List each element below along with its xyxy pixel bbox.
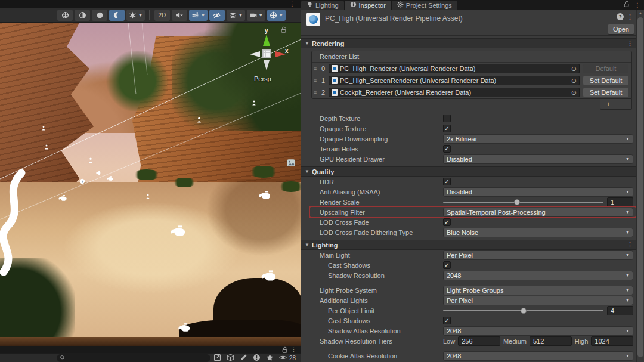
section-menu-icon[interactable]: ⋮ bbox=[627, 241, 633, 249]
photo-gizmo-icon[interactable] bbox=[287, 159, 296, 168]
checkbox-terrain-holes[interactable]: ✓ bbox=[443, 145, 451, 153]
dropdown-additional-lights[interactable]: Per Pixel▼ bbox=[443, 296, 633, 305]
lamp-gizmo-icon[interactable] bbox=[261, 268, 278, 285]
axis-down-cone[interactable] bbox=[264, 60, 270, 70]
number-field[interactable]: 4 bbox=[607, 306, 633, 315]
drag-handle-icon[interactable]: ≡ bbox=[314, 66, 321, 72]
section-header-lighting[interactable]: ▼Lighting⋮ bbox=[301, 240, 644, 250]
tabbar-menu-icon[interactable]: ⋮ bbox=[634, 2, 640, 8]
dropdown-opaque-downsampling[interactable]: 2x Bilinear▼ bbox=[443, 134, 633, 144]
draw-mode-wireframe-button[interactable] bbox=[57, 10, 73, 21]
scene-orientation-gizmo[interactable]: y x Persp bbox=[250, 30, 290, 95]
inspector-scrollbar[interactable]: ▲ bbox=[636, 10, 644, 362]
window-icon[interactable] bbox=[213, 354, 221, 362]
tier-field-high[interactable]: 1024 bbox=[591, 336, 633, 346]
audio-toggle-button[interactable] bbox=[172, 10, 187, 21]
dropdown-light-probe-system[interactable]: Light Probe Groups▼ bbox=[443, 286, 633, 295]
set-default-button[interactable]: Set Default bbox=[583, 76, 628, 85]
axis-center-cube[interactable] bbox=[262, 49, 271, 58]
person-gizmo-icon[interactable] bbox=[145, 193, 151, 200]
tier-field-low[interactable]: 256 bbox=[458, 336, 500, 346]
lock-icon[interactable] bbox=[623, 1, 630, 9]
foldout-arrow-icon[interactable]: ▼ bbox=[305, 169, 312, 174]
lamp-gizmo-icon[interactable] bbox=[107, 175, 114, 183]
dropdown-shadow-atlas-resolution[interactable]: 2048▼ bbox=[443, 326, 633, 336]
section-header-rendering[interactable]: ▼Rendering⋮ bbox=[301, 38, 644, 48]
person-gizmo-icon[interactable] bbox=[196, 117, 203, 124]
axis-x-cone[interactable] bbox=[275, 51, 286, 57]
effects-toggle-button[interactable]: ▼ bbox=[189, 10, 208, 21]
number-field[interactable]: 1 bbox=[607, 197, 633, 207]
object-field[interactable]: Cockpit_Renderer (Universal Renderer Dat… bbox=[329, 88, 580, 97]
dropdown-upscaling-filter[interactable]: Spatial-Temporal Post-Processing▼ bbox=[443, 208, 633, 217]
info-gizmo-icon[interactable] bbox=[79, 178, 86, 185]
remove-button[interactable]: − bbox=[621, 100, 626, 109]
foldout-arrow-icon[interactable]: ▼ bbox=[305, 242, 312, 247]
open-button[interactable]: Open bbox=[608, 24, 634, 34]
axis-left-cone[interactable] bbox=[250, 51, 260, 57]
tab-inspector[interactable]: Inspector bbox=[345, 1, 391, 10]
section-header-quality[interactable]: ▼Quality bbox=[301, 166, 644, 177]
slider-thumb[interactable] bbox=[514, 199, 520, 205]
dropdown-lod-cross-fade-dithering-type[interactable]: Blue Noise▼ bbox=[443, 228, 633, 237]
2d-toggle-button[interactable]: 2D bbox=[154, 10, 170, 21]
layers-visibility-button[interactable]: ▼ bbox=[227, 10, 245, 21]
add-button[interactable]: + bbox=[606, 100, 611, 109]
object-picker-icon[interactable]: ⊙ bbox=[571, 89, 577, 97]
scene-viewport[interactable]: y x Persp bbox=[0, 23, 301, 346]
slider-thumb[interactable] bbox=[521, 308, 527, 314]
gizmos-toggle-button[interactable]: ▼ bbox=[267, 10, 286, 21]
tab-project-settings[interactable]: Project Settings bbox=[392, 1, 457, 10]
asset-menu-icon[interactable]: ⋮ bbox=[627, 13, 633, 21]
person-gizmo-icon[interactable] bbox=[88, 157, 94, 165]
tab-lighting[interactable]: Lighting bbox=[301, 1, 344, 10]
dropdown-main-light[interactable]: Per Pixel▼ bbox=[443, 250, 633, 260]
scene-menu-icon[interactable]: ⋮ bbox=[289, 0, 295, 8]
draw-mode-unlit-button[interactable] bbox=[92, 10, 107, 21]
search-input[interactable] bbox=[57, 354, 210, 362]
checkbox-lod-cross-fade[interactable]: ✓ bbox=[443, 218, 451, 226]
eye-icon[interactable] bbox=[279, 354, 287, 362]
pencil-icon[interactable] bbox=[240, 354, 247, 362]
checkbox-opaque-texture[interactable]: ✓ bbox=[443, 125, 451, 132]
tier-field-medium[interactable]: 512 bbox=[530, 336, 572, 346]
panel-menu-icon[interactable]: ⋮ bbox=[291, 346, 296, 353]
slider-track[interactable] bbox=[443, 197, 603, 207]
object-field[interactable]: PC_High_Renderer (Universal Renderer Dat… bbox=[329, 64, 580, 73]
dropdown-gpu-resident-drawer[interactable]: Disabled▼ bbox=[443, 154, 633, 164]
debug-draw-mode-button[interactable]: ▼ bbox=[126, 10, 145, 21]
foldout-arrow-icon[interactable]: ▼ bbox=[305, 41, 312, 46]
hidden-objects-toggle-button[interactable] bbox=[209, 10, 225, 21]
scrollbar-thumb[interactable] bbox=[637, 17, 643, 357]
object-field[interactable]: PC_High_ScreenRenderer (Universal Render… bbox=[329, 76, 580, 85]
axis-y-cone[interactable] bbox=[263, 35, 270, 46]
scene-lighting-toggle-button[interactable] bbox=[109, 10, 125, 21]
checkbox-cast-shadows[interactable]: ✓ bbox=[443, 317, 451, 324]
lamp-gizmo-icon[interactable] bbox=[178, 321, 192, 335]
checkbox-hdr[interactable]: ✓ bbox=[443, 178, 451, 185]
help-icon[interactable]: ? bbox=[617, 13, 624, 20]
drag-handle-icon[interactable]: ≡ bbox=[314, 78, 321, 83]
warn-icon[interactable] bbox=[253, 354, 261, 362]
speaker-gizmo-icon[interactable] bbox=[95, 170, 103, 178]
projection-label[interactable]: Persp bbox=[254, 75, 271, 82]
person-gizmo-icon[interactable] bbox=[251, 100, 257, 107]
drag-handle-icon[interactable]: ≡ bbox=[314, 89, 321, 95]
scrollbar-up-arrow[interactable]: ▲ bbox=[637, 11, 644, 15]
prefab-icon[interactable] bbox=[227, 354, 234, 362]
dropdown-shadow-resolution[interactable]: 2048▼ bbox=[443, 271, 633, 280]
object-picker-icon[interactable]: ⊙ bbox=[571, 65, 577, 73]
dropdown-cookie-atlas-resolution[interactable]: 2048▼ bbox=[443, 351, 633, 361]
checkbox-cast-shadows[interactable]: ✓ bbox=[443, 261, 451, 269]
person-gizmo-icon[interactable] bbox=[44, 144, 49, 151]
slider-track[interactable] bbox=[443, 306, 603, 315]
lamp-gizmo-icon[interactable] bbox=[170, 223, 188, 240]
section-menu-icon[interactable]: ⋮ bbox=[627, 39, 633, 47]
camera-settings-button[interactable]: ▼ bbox=[247, 10, 265, 21]
lamp-gizmo-icon[interactable] bbox=[58, 194, 69, 204]
lamp-gizmo-icon[interactable] bbox=[258, 188, 273, 203]
draw-mode-shaded-wireframe-button[interactable] bbox=[75, 10, 90, 21]
star-icon[interactable] bbox=[266, 354, 274, 362]
set-default-button[interactable]: Set Default bbox=[583, 88, 628, 97]
object-picker-icon[interactable]: ⊙ bbox=[571, 77, 577, 85]
